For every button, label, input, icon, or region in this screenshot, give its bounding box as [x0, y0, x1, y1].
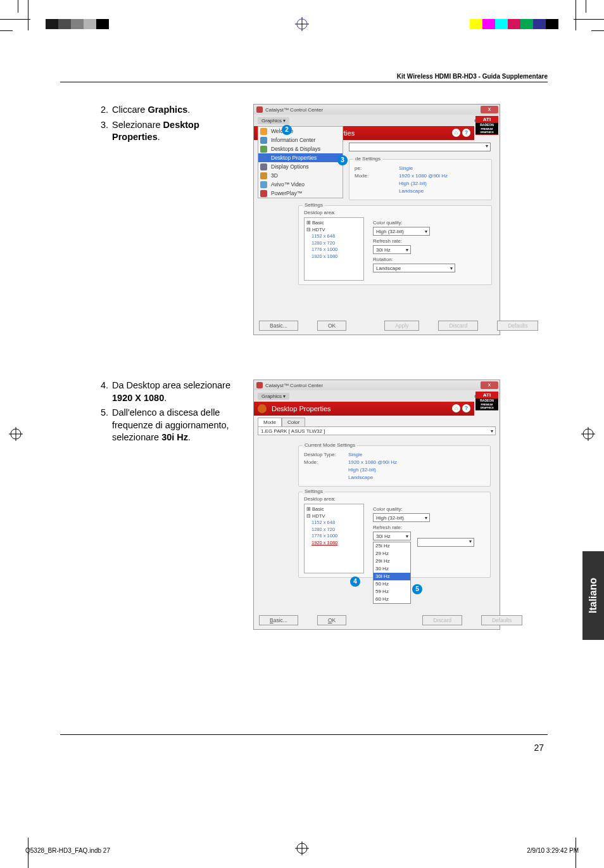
instruction-5: 5. Dall'elenco a discesa delle frequenze…: [98, 407, 241, 444]
help-icon[interactable]: ?: [462, 129, 470, 137]
current-mode-group-label: Current Mode Settings: [303, 442, 357, 448]
display-selector[interactable]: 1.EG PARK [ ASUS TLW32 ] ▾: [258, 426, 496, 435]
callout-2: 2: [282, 125, 292, 135]
ok-button[interactable]: OK: [317, 615, 346, 625]
panel-icon: [258, 404, 267, 413]
home-icon[interactable]: ⌂: [452, 404, 460, 412]
mode-settings-group-label: de Settings: [353, 156, 382, 162]
panel-title-bar: Desktop Properties ⌂ ?: [254, 402, 474, 416]
rotation-dropdown[interactable]: Landscape: [373, 264, 455, 272]
defaults-button[interactable]: Defaults: [497, 321, 538, 331]
ok-button[interactable]: OK: [317, 321, 346, 331]
screenshot-1: Catalyst™ Control Center x Graphics ▾ Op…: [253, 104, 500, 335]
window-titlebar: Catalyst™ Control Center x: [254, 105, 500, 115]
ati-logo: ATI RADEON PREMIUM GRAPHICS: [475, 116, 498, 135]
app-icon: [256, 106, 263, 113]
callout-4: 4: [350, 577, 360, 587]
instructions-block-1: 2. Cliccare Graphics. 3. Selezionare Des…: [60, 104, 241, 335]
menu-desktop-properties[interactable]: Desktop Properties: [258, 153, 343, 162]
menu-display-options[interactable]: Display Options: [258, 162, 343, 171]
discard-button[interactable]: Discard: [438, 321, 478, 331]
apply-button[interactable]: Apply: [384, 321, 419, 331]
settings-group-label: Settings: [303, 488, 325, 494]
settings-group-label: Settings: [303, 202, 325, 208]
print-colorbar-left: [46, 19, 109, 29]
refresh-rate-dropdown[interactable]: 30i Hz: [373, 245, 411, 254]
defaults-button[interactable]: Defaults: [481, 615, 522, 625]
print-colorbar-right: [470, 19, 558, 29]
refresh-rate-dropdown[interactable]: 30i Hz: [373, 532, 411, 540]
menu-powerplay[interactable]: PowerPlay™: [258, 189, 343, 198]
display-selector[interactable]: [349, 143, 491, 151]
home-icon[interactable]: ⌂: [452, 129, 460, 137]
registration-mark-bottom: [295, 841, 309, 858]
callout-3: 3: [337, 155, 348, 165]
registration-mark-top: [295, 17, 309, 34]
instruction-4: 4. Da Desktop area selezionare 1920 X 10…: [98, 380, 241, 404]
close-icon[interactable]: x: [481, 381, 498, 389]
menu-3d[interactable]: 3D: [258, 171, 343, 180]
graphics-dropdown-menu: Welcome Information Center Desktops & Di…: [258, 126, 343, 198]
tab-color[interactable]: Color: [282, 418, 305, 426]
color-quality-dropdown[interactable]: High (32-bit): [373, 227, 430, 236]
help-icon[interactable]: ?: [462, 404, 470, 412]
menu-avivo-video[interactable]: Avivo™ Video: [258, 180, 343, 189]
instruction-2: 2. Cliccare Graphics.: [98, 104, 241, 117]
basic-button[interactable]: Basic...: [259, 321, 298, 331]
desktop-area-tree[interactable]: ⊞ Basic ⊟ HDTV 1152 x 648 1280 x 720 177…: [304, 504, 364, 573]
callout-5: 5: [412, 584, 422, 594]
graphics-menu-button[interactable]: Graphics ▾: [258, 393, 289, 400]
menu-desktops-displays[interactable]: Desktops & Displays: [258, 144, 343, 153]
menu-info-center[interactable]: Information Center: [258, 136, 343, 144]
menu-welcome[interactable]: Welcome: [258, 127, 343, 136]
screenshot-2: Catalyst™ Control Center x Graphics ▾ Op…: [253, 380, 500, 630]
page-number: 27: [534, 743, 544, 753]
basic-button[interactable]: Basic...: [259, 615, 298, 625]
graphics-menu-button[interactable]: Graphics ▾: [258, 117, 289, 124]
instruction-3: 3. Selezionare Desktop Properties.: [98, 119, 241, 144]
close-icon[interactable]: x: [481, 106, 498, 113]
instructions-block-2: 4. Da Desktop area selezionare 1920 X 10…: [60, 380, 241, 630]
color-quality-dropdown[interactable]: High (32-bit): [373, 513, 430, 522]
app-icon: [256, 382, 263, 388]
refresh-rate-options-list[interactable]: 25i Hz 29 Hz 29i Hz 30 Hz 30i Hz 50 Hz 5…: [373, 542, 411, 604]
registration-mark-left: [9, 427, 23, 444]
registration-mark-right: [581, 427, 595, 444]
language-tab-italiano: Italiano: [582, 551, 604, 640]
desktop-area-tree[interactable]: ⊞ Basic ⊟ HDTV 1152 x 648 1280 x 720 177…: [304, 217, 364, 281]
running-header: Kit Wireless HDMI BR-HD3 - Guida Supplem…: [60, 73, 548, 82]
window-titlebar: Catalyst™ Control Center x: [254, 380, 500, 390]
discard-button[interactable]: Discard: [422, 615, 462, 625]
header-rule: [60, 82, 548, 82]
footer-rule: [60, 734, 548, 735]
tab-mode[interactable]: Mode: [258, 418, 282, 426]
rotation-dropdown-collapsed[interactable]: ▾: [417, 538, 474, 547]
ati-logo: ATI RADEON PREMIUM GRAPHICS: [475, 392, 498, 411]
